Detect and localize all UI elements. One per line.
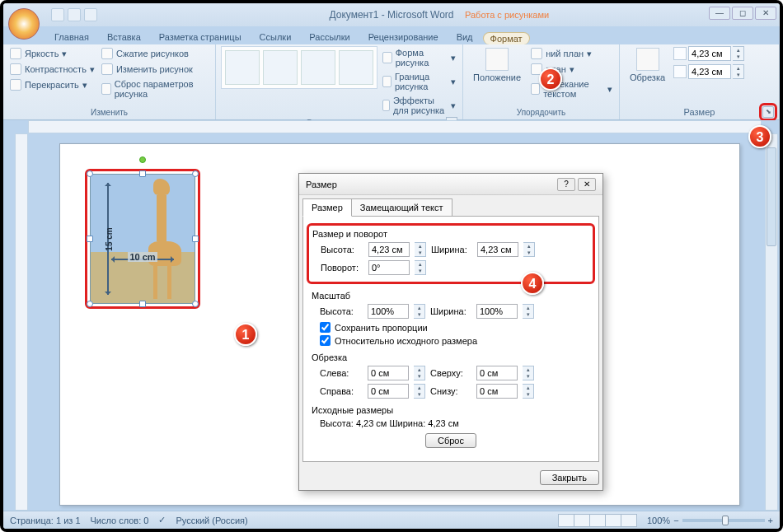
picture-shape-button[interactable]: Форма рисунка ▾ [381,46,457,69]
scale-width-field[interactable] [476,304,518,319]
minimize-button[interactable]: — [709,7,730,20]
relative-checkbox[interactable] [320,335,331,346]
width-field[interactable] [477,242,518,257]
draft-view[interactable] [621,514,637,527]
tab-home[interactable]: Главная [46,30,97,44]
zoom-slider[interactable] [682,519,765,522]
reset-button[interactable]: Сброс [425,433,476,448]
tab-format[interactable]: Формат [483,32,530,44]
word-count[interactable]: Число слов: 0 [91,516,149,525]
outline-view[interactable] [605,514,621,527]
help-button[interactable]: ? [557,178,575,191]
horizontal-ruler[interactable] [28,120,762,133]
save-icon[interactable] [51,8,64,21]
crop-spinner[interactable]: ▴▾ [414,366,425,380]
zoom-out-button[interactable]: − [673,516,678,525]
rotate-handle[interactable] [139,156,146,163]
zoom-level[interactable]: 100% [647,516,670,525]
vertical-ruler[interactable] [15,133,28,511]
picture-border-button[interactable]: Граница рисунка ▾ [381,70,457,93]
tab-view[interactable]: Вид [448,30,481,44]
spell-check-icon[interactable]: ✓ [158,515,166,525]
reset-picture-button[interactable]: Сброс параметров рисунка [100,77,210,100]
office-button[interactable] [8,8,40,40]
redo-icon[interactable] [84,8,97,21]
scroll-thumb[interactable] [767,147,776,246]
close-button[interactable]: ✕ [755,7,776,20]
resize-handle[interactable] [192,301,199,307]
selected-image[interactable]: 15 cm 10 cm [85,169,200,309]
height-spinner[interactable]: ▴▾ [733,46,744,61]
print-layout-view[interactable] [558,514,574,527]
zoom-thumb[interactable] [722,516,729,525]
bring-front-button[interactable]: ний план ▾ [529,46,614,61]
rotation-field[interactable] [368,260,410,275]
tab-references[interactable]: Ссылки [251,30,300,44]
height-spinner[interactable]: ▴▾ [415,242,426,257]
undo-icon[interactable] [68,8,81,21]
dialog-close-button[interactable]: ✕ [578,178,596,191]
style-item[interactable] [263,50,298,85]
language-status[interactable]: Русский (Россия) [176,516,247,525]
scale-h-spinner[interactable]: ▴▾ [414,304,425,319]
crop-button[interactable]: Обрезка [625,46,670,84]
change-picture-button[interactable]: Изменить рисунок [100,62,210,77]
crop-bottom-field[interactable] [476,384,518,399]
callout-1: 1 [234,323,257,346]
tab-review[interactable]: Рецензирование [360,30,447,44]
dialog-titlebar[interactable]: Размер ? ✕ [299,174,602,195]
vertical-scrollbar[interactable] [765,133,778,511]
width-spinner[interactable]: ▴▾ [733,64,744,79]
scale-section: Масштаб Высота: ▴▾ Ширина: ▴▾ Сохранить … [312,291,590,346]
scale-height-label: Высота: [320,306,363,316]
dialog-title: Размер [306,180,337,189]
height-field[interactable] [368,242,410,257]
contrast-button[interactable]: Контрастность ▾ [8,62,96,77]
maximize-button[interactable]: ◻ [732,7,753,20]
resize-handle[interactable] [87,301,93,307]
style-item[interactable] [225,50,260,85]
compress-icon [101,48,113,59]
zoom-in-button[interactable]: + [768,516,773,525]
lock-aspect-checkbox[interactable] [320,322,331,333]
resize-handle[interactable] [192,236,199,242]
resize-handle[interactable] [87,170,93,177]
page-status[interactable]: Страница: 1 из 1 [10,516,81,525]
crop-right-field[interactable] [368,384,409,399]
lock-aspect-label: Сохранить пропорции [335,323,428,333]
rotation-spinner[interactable]: ▴▾ [415,260,426,275]
web-layout-view[interactable] [589,514,606,527]
dialog-tab-alttext[interactable]: Замещающий текст [351,198,452,217]
tab-layout[interactable]: Разметка страницы [151,30,250,44]
tab-insert[interactable]: Вставка [99,30,149,44]
width-input[interactable] [688,64,731,79]
crop-spinner[interactable]: ▴▾ [414,384,425,399]
position-button[interactable]: Положение [468,46,526,84]
resize-handle[interactable] [139,170,146,177]
width-spinner[interactable]: ▴▾ [523,242,535,257]
dialog-tab-size[interactable]: Размер [302,198,352,217]
full-screen-view[interactable] [574,514,590,527]
style-item[interactable] [301,50,335,85]
resize-handle[interactable] [192,170,199,177]
compress-button[interactable]: Сжатие рисунков [100,46,210,61]
brightness-button[interactable]: Яркость ▾ [8,46,96,61]
size-dialog-launcher[interactable]: ⬊ [762,106,774,118]
crop-left-field[interactable] [368,366,409,380]
scale-w-spinner[interactable]: ▴▾ [523,304,534,319]
style-item[interactable] [339,50,373,85]
resize-handle[interactable] [87,236,93,242]
picture-styles-gallery[interactable] [221,46,377,89]
tab-mailings[interactable]: Рассылки [301,30,358,44]
crop-top-field[interactable] [476,366,518,380]
reset-icon [101,83,111,95]
crop-spinner[interactable]: ▴▾ [523,384,534,399]
scale-height-field[interactable] [368,304,409,319]
crop-spinner[interactable]: ▴▾ [523,366,534,380]
close-dialog-button[interactable]: Закрыть [540,470,599,485]
picture-effects-button[interactable]: Эффекты для рисунка ▾ [381,94,457,117]
height-input[interactable] [688,46,731,61]
resize-handle[interactable] [139,301,146,307]
recolor-button[interactable]: Перекрасить ▾ [8,77,96,92]
size-dialog: Размер ? ✕ Размер Замещающий текст Разме… [298,173,603,491]
